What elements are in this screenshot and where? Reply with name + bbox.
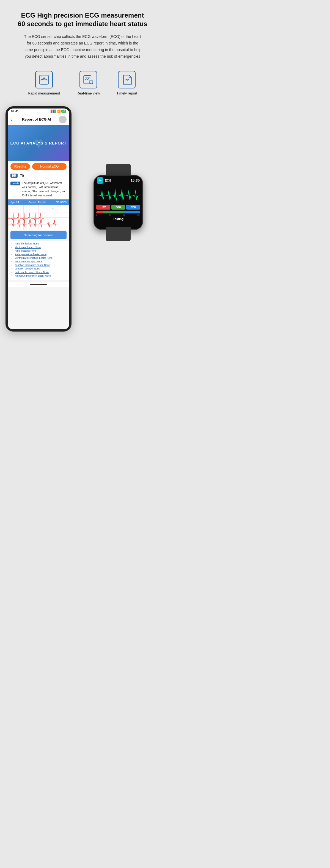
disease-item-7[interactable]: Junction premature beats: None	[15, 264, 66, 267]
content-area: 09:41 ▌▌▌ 📶 4G ‹ Report of ECG AI ♥ ECG …	[5, 106, 160, 332]
watch-hrv-progress	[96, 211, 103, 213]
watch-hrv-button[interactable]: HRV	[96, 205, 110, 210]
timely-report-label: Timely report	[116, 91, 137, 95]
svg-text:mV: mV	[52, 208, 54, 209]
battery-icon: 4G	[61, 110, 66, 113]
disease-item-4[interactable]: Atrial premature beats: None	[15, 253, 66, 256]
disease-item-3[interactable]: Atrial escape: None	[15, 249, 66, 252]
results-bar: Results Normal ECG	[8, 161, 69, 172]
watch-band-bottom	[106, 227, 131, 241]
rapid-measurement-label: Rapid measurement	[28, 91, 60, 95]
watch-buttons-row: HRV ECG PPG	[94, 204, 142, 211]
label-60: 60	[123, 214, 126, 216]
timely-report-icon	[118, 71, 136, 88]
label-0: 0	[96, 214, 98, 216]
watch-ecg-button[interactable]: ECG	[111, 205, 126, 210]
hr-value: 79	[20, 174, 24, 178]
watch-crown	[142, 198, 143, 207]
disease-list: Atrial fibrillation: None Ventricular fl…	[8, 241, 69, 280]
disease-item-8[interactable]: Junction escape: None	[15, 267, 66, 270]
details-text: The amplitude of QRS waveform was normal…	[22, 181, 66, 197]
hr-row: HR 79	[8, 172, 69, 179]
back-button[interactable]: ‹	[10, 117, 12, 122]
feature-realtime-view: Real-time view	[77, 71, 100, 95]
rapid-measurement-icon	[35, 71, 53, 88]
disease-item-6[interactable]: Ventricular escape: None	[15, 260, 66, 263]
phone-avatar	[59, 116, 66, 123]
disease-item-1[interactable]: Atrial fibrillation: None	[15, 242, 66, 245]
label-15: 15	[109, 214, 111, 216]
watch-ecg-graph	[94, 184, 142, 204]
results-button[interactable]: Results	[10, 163, 30, 170]
watch-ecg-progress	[103, 211, 122, 213]
phone-header: ‹ Report of ECG AI	[8, 114, 69, 125]
ecg-banner-text: ECG AI ANALYSIS REPORT	[10, 141, 67, 145]
ecg-banner: ♥ ECG AI ANALYSIS REPORT	[8, 125, 69, 161]
details-badge[interactable]: details	[10, 182, 20, 185]
watch-body: ECG 15:35 HRV	[93, 175, 143, 230]
feature-rapid-measurement: Rapid measurement	[28, 71, 60, 95]
realtime-view-label: Real-time view	[77, 91, 100, 95]
searching-button[interactable]: Searching for disease	[10, 231, 66, 239]
disease-item-5[interactable]: Ventricular premature beats: None	[15, 256, 66, 259]
svg-rect-8	[8, 205, 69, 229]
phone-home-bar	[8, 282, 69, 287]
phone-status-icons: ▌▌▌ 📶 4G	[51, 110, 66, 113]
main-description: The ECG sensor chip collects the ECG wav…	[22, 33, 143, 60]
watch-ecg-app-icon	[97, 177, 103, 184]
bp-label: BP: 89/65	[56, 201, 66, 204]
phone-time: 09:41	[11, 110, 19, 113]
watch-ppg-progress	[122, 211, 140, 213]
home-indicator	[30, 284, 47, 285]
label-100: 100	[137, 214, 140, 216]
ecg-chart: mV s	[8, 205, 69, 229]
wifi-icon: 📶	[57, 110, 60, 113]
watch-top-bar: ECG 15:35	[94, 176, 142, 184]
hr-badge: HR	[10, 174, 18, 178]
watch-ppg-button[interactable]: PPG	[126, 205, 140, 210]
watch-time: 15:35	[131, 178, 140, 182]
details-row: details The amplitude of QRS waveform wa…	[8, 179, 69, 199]
phone-mockup: 09:41 ▌▌▌ 📶 4G ‹ Report of ECG AI ♥ ECG …	[5, 106, 72, 332]
watch-testing-label: Testing	[94, 216, 142, 221]
watch-progress-labels: 0 15 60 100	[94, 214, 142, 216]
realtime-view-icon	[80, 71, 97, 88]
age-label: Age: 24	[10, 201, 19, 204]
disease-list-items: Atrial fibrillation: None Ventricular fl…	[10, 242, 66, 277]
svg-rect-11	[98, 185, 139, 203]
signal-icon: ▌▌▌	[51, 110, 56, 113]
watch-area: ECG 15:35 HRV	[77, 106, 160, 238]
gender-label: Gender: Female	[28, 201, 46, 204]
watch-progress-bar	[96, 211, 140, 213]
normal-ecg-label: Normal ECG	[32, 163, 66, 170]
page-wrapper: ECG High precision ECG measurement 60 se…	[0, 0, 165, 343]
phone-status-bar: 09:41 ▌▌▌ 📶 4G	[8, 108, 69, 114]
svg-line-6	[92, 83, 93, 84]
watch-container: ECG 15:35 HRV	[88, 161, 148, 238]
features-row: Rapid measurement Real-time view	[28, 71, 137, 95]
disease-item-2[interactable]: Ventricular flutter: None	[15, 246, 66, 249]
watch-app-label: ECG	[105, 179, 111, 182]
feature-timely-report: Timely report	[116, 71, 137, 95]
watch-screen: ECG 15:35 HRV	[94, 176, 142, 229]
phone-header-title: Report of ECG AI	[14, 117, 59, 121]
disease-item-9[interactable]: Left bundle branch block: None	[15, 271, 66, 274]
disease-item-10[interactable]: Right bundle branch block: None	[15, 274, 66, 277]
main-title: ECG High precision ECG measurement 60 se…	[18, 11, 147, 28]
svg-line-2	[42, 76, 43, 77]
patient-info-box: Age: 24 Gender: Female BP: 89/65	[8, 199, 69, 205]
